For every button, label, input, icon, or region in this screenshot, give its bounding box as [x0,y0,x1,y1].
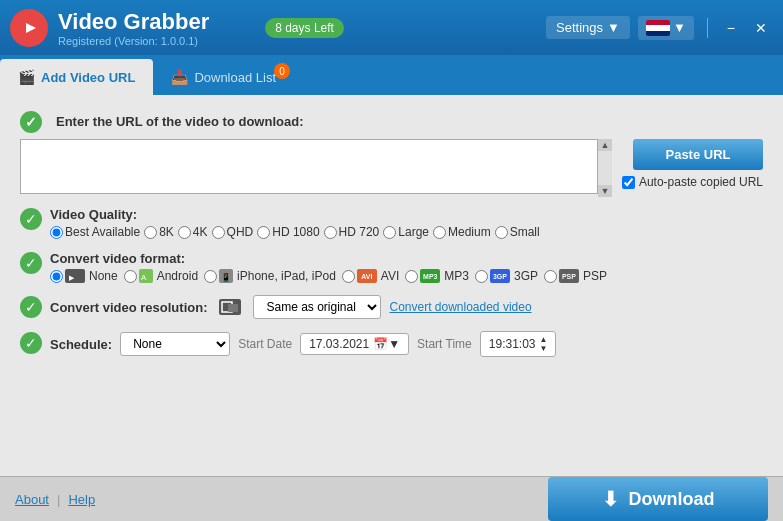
main-content: ✓ Enter the URL of the video to download… [0,95,783,476]
format-psp-radio[interactable] [544,270,557,283]
format-mp3-radio[interactable] [405,270,418,283]
resolution-label: Convert video resolution: [50,300,207,315]
url-input-wrap: ▲ ▼ [20,139,612,197]
app-name: Video Grabber [58,9,250,35]
quality-hd720[interactable]: HD 720 [324,225,380,239]
download-button[interactable]: ⬇ Download [548,477,768,521]
resolution-row: Convert video resolution: Same as origin… [50,295,763,319]
schedule-label: Schedule: [50,337,112,352]
start-date-value: 17.03.2021 📅▼ [300,333,409,355]
url-check-icon: ✓ [20,111,42,133]
schedule-select[interactable]: None Daily Weekly [120,332,230,356]
scroll-up-arrow[interactable]: ▲ [598,139,612,151]
app-version: Registered (Version: 1.0.0.1) [58,35,250,47]
app-title-block: Video Grabber Registered (Version: 1.0.0… [58,9,250,47]
schedule-check-icon: ✓ [20,332,42,354]
convert-downloaded-link[interactable]: Convert downloaded video [389,300,531,314]
tab-download-list-label: Download List [194,70,276,85]
start-date-label: Start Date [238,337,292,351]
quality-options: Best Available 8K 4K QHD HD 1080 HD 720 … [50,225,763,239]
quality-8k[interactable]: 8K [144,225,174,239]
format-iphone[interactable]: 📱 iPhone, iPad, iPod [204,269,336,283]
quality-qhd-radio[interactable] [212,226,225,239]
language-button[interactable]: ▼ [638,16,694,40]
format-iphone-radio[interactable] [204,270,217,283]
format-label: Convert video format: [50,251,185,266]
quality-hd1080-radio[interactable] [257,226,270,239]
quality-large[interactable]: Large [383,225,429,239]
format-3gp[interactable]: 3GP 3GP [475,269,538,283]
divider [707,18,708,38]
format-android-radio[interactable] [124,270,137,283]
tab-download-list[interactable]: 📥 Download List 0 [153,59,294,95]
format-android[interactable]: A Android [124,269,198,283]
url-scrollbar[interactable]: ▲ ▼ [598,139,612,197]
quality-4k-radio[interactable] [178,226,191,239]
svg-text:A: A [141,273,147,282]
tab-add-url[interactable]: 🎬 Add Video URL [0,59,153,95]
quality-small-radio[interactable] [495,226,508,239]
avi-icon: AVI [357,269,377,283]
auto-paste-option: Auto-paste copied URL [622,175,763,189]
quality-large-radio[interactable] [383,226,396,239]
format-content: Convert video format: ▶ None A Android [50,251,763,283]
paste-url-button[interactable]: Paste URL [633,139,763,170]
svg-rect-10 [228,304,238,312]
format-avi[interactable]: AVI AVI [342,269,399,283]
time-spinner[interactable]: ▲▼ [540,335,548,353]
url-label: ✓ Enter the URL of the video to download… [20,110,763,133]
tabbar: 🎬 Add Video URL 📥 Download List 0 [0,55,783,95]
quality-4k[interactable]: 4K [178,225,208,239]
calendar-icon[interactable]: 📅▼ [373,337,400,351]
auto-paste-label: Auto-paste copied URL [639,175,763,189]
format-check-icon: ✓ [20,252,42,274]
quality-check-icon: ✓ [20,208,42,230]
settings-button[interactable]: Settings ▼ [546,16,630,39]
quality-hd720-radio[interactable] [324,226,337,239]
quality-8k-radio[interactable] [144,226,157,239]
format-none-radio[interactable] [50,270,63,283]
3gp-icon: 3GP [490,269,510,283]
quality-hd1080[interactable]: HD 1080 [257,225,319,239]
footer: About | Help ⬇ Download [0,476,783,521]
format-psp[interactable]: PSP PSP [544,269,607,283]
svg-text:📱: 📱 [221,272,231,282]
minimize-button[interactable]: − [721,18,741,38]
url-input[interactable] [20,139,598,194]
quality-small[interactable]: Small [495,225,540,239]
format-avi-radio[interactable] [342,270,355,283]
url-section: ✓ Enter the URL of the video to download… [20,110,763,197]
download-label: Download [629,489,715,510]
quality-medium-radio[interactable] [433,226,446,239]
help-link[interactable]: Help [68,492,95,507]
about-link[interactable]: About [15,492,49,507]
download-icon: ⬇ [602,487,619,511]
resolution-select[interactable]: Same as original 1080p 720p 480p 360p [253,295,381,319]
auto-paste-checkbox[interactable] [622,176,635,189]
tab-add-url-label: Add Video URL [41,70,135,85]
close-button[interactable]: ✕ [749,18,773,38]
schedule-section: ✓ Schedule: None Daily Weekly Start Date… [20,331,763,357]
trial-badge: 8 days Left [265,18,344,38]
lang-arrow: ▼ [673,20,686,35]
settings-arrow: ▼ [607,20,620,35]
quality-medium[interactable]: Medium [433,225,491,239]
format-mp3[interactable]: MP3 MP3 [405,269,469,283]
start-time-text: 19:31:03 [489,337,536,351]
titlebar: Video Grabber Registered (Version: 1.0.0… [0,0,783,55]
paste-area: Paste URL Auto-paste copied URL [622,139,763,189]
titlebar-controls: Settings ▼ ▼ − ✕ [546,16,773,40]
start-date-text: 17.03.2021 [309,337,369,351]
tab-add-url-icon: 🎬 [18,69,35,85]
quality-label: Video Quality: [50,207,137,222]
quality-section: ✓ Video Quality: Best Available 8K 4K QH… [20,207,763,239]
flag-icon [646,20,670,36]
format-section: ✓ Convert video format: ▶ None A Android [20,251,763,283]
quality-best-radio[interactable] [50,226,63,239]
scroll-down-arrow[interactable]: ▼ [598,185,612,197]
format-none[interactable]: ▶ None [50,269,118,283]
quality-qhd[interactable]: QHD [212,225,254,239]
url-label-text: Enter the URL of the video to download: [56,114,303,129]
quality-best[interactable]: Best Available [50,225,140,239]
format-3gp-radio[interactable] [475,270,488,283]
